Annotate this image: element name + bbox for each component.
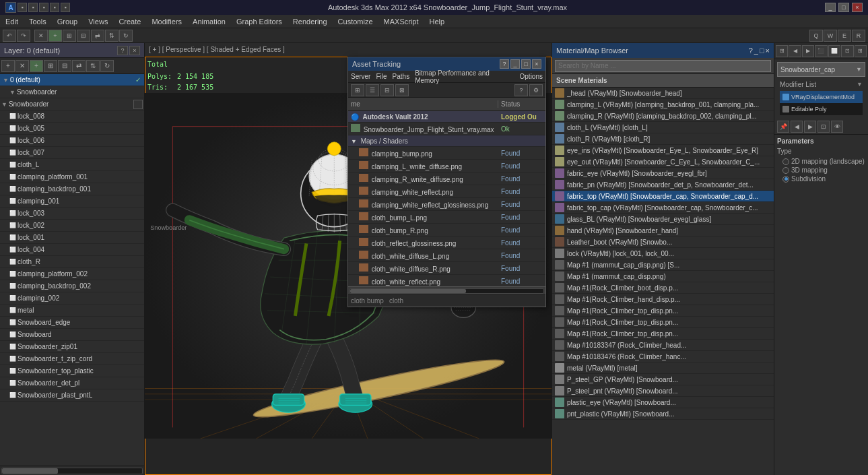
mod-tb-6[interactable]: ⊡ — [841, 45, 853, 57]
mat-item-leather-boot[interactable]: Leather_boot (VRayMtl) [Snowbo... — [552, 236, 774, 248]
layer-close-button[interactable]: × — [129, 46, 140, 55]
mat-item-metal[interactable]: metal (VRayMtl) [metal] — [552, 362, 774, 374]
at-tb-btn-2[interactable]: ☰ — [366, 84, 379, 96]
layer-item-clamping-backdrop-002[interactable]: ⬜ clamping_backdrop_002 — [0, 280, 144, 292]
menu-views[interactable]: Views — [83, 16, 113, 27]
at-menu-paths[interactable]: Paths — [393, 73, 410, 80]
menu-animation[interactable]: Animation — [187, 16, 231, 27]
at-row-clamping-white-reflect[interactable]: clamping_white_reflect.png Found — [348, 185, 545, 198]
at-tb-btn-1[interactable]: ⊞ — [351, 84, 364, 96]
at-row-cloth-white-diffuse-r[interactable]: cloth_white_diffuse_R.png Found — [348, 262, 545, 275]
radio-3d-mapping[interactable]: 3D mapping — [782, 166, 865, 174]
toolbar-btn-5[interactable]: ⊞ — [63, 30, 76, 42]
layer-item-lock007[interactable]: ⬜ lock_007 — [0, 147, 144, 159]
layer-item-clamping-backdrop-001[interactable]: ⬜ clamping_backdrop_001 — [0, 183, 144, 195]
layer-item-snowboarder-top-plastic[interactable]: ⬜ Snowboarder_top_plastic — [0, 365, 144, 377]
layer-tb-btn4[interactable]: ⊞ — [44, 60, 57, 72]
menu-customize[interactable]: Customize — [333, 16, 378, 27]
mat-item-p-steel-pnt[interactable]: P_steel_pnt (VRayMtl) [Snowboard... — [552, 385, 774, 397]
at-row-cloth-bump-r[interactable]: cloth_bump_R.png Found — [348, 224, 545, 236]
mat-item-map1-rock-top2[interactable]: Map #1(Rock_Climber_top_disp.pn... — [552, 317, 774, 328]
mat-item-clamping-l[interactable]: clamping_L (VRayMtl) [clamping_backdrop_… — [552, 99, 774, 110]
layer-item-lock006[interactable]: ⬜ lock_006 — [0, 135, 144, 147]
menu-help[interactable]: Help — [424, 16, 450, 27]
toolbar-btn-3[interactable]: ✕ — [34, 30, 48, 42]
mod-icon-nav-2[interactable]: ▶ — [804, 121, 816, 133]
layer-item-snowboarder[interactable]: ▼ Snowboarder — [0, 98, 144, 110]
viewport-content[interactable]: Total Polys: 2 154 185 Tris: 2 167 535 E… — [145, 57, 552, 475]
menu-rendering[interactable]: Rendering — [288, 16, 333, 27]
mod-tb-4[interactable]: ⬛ — [815, 45, 827, 57]
layer-item-cloth-r[interactable]: ⬜ cloth_R — [0, 256, 144, 268]
layer-tb-del[interactable]: ✕ — [15, 60, 29, 72]
menu-maxscript[interactable]: MAXScript — [378, 16, 424, 27]
search-input[interactable] — [555, 60, 771, 72]
layer-item-lock003[interactable]: ⬜ lock_003 — [0, 208, 144, 220]
mat-item-map1-rock-hand[interactable]: Map #1(Rock_Climber_hand_disp.p... — [552, 294, 774, 305]
asset-tracking-help[interactable]: ? — [500, 59, 509, 69]
layer-item-snowboarder-sub[interactable]: ▼ Snowboarder — [0, 86, 144, 98]
viewport[interactable]: [ + ] [ Perspective ] [ Shaded + Edged F… — [145, 43, 552, 475]
layer-tb-btn3[interactable]: + — [30, 60, 43, 72]
at-menu-server[interactable]: Server — [351, 73, 370, 80]
mat-browser-help[interactable]: ? — [749, 46, 753, 55]
mat-browser-close[interactable]: × — [766, 46, 770, 55]
mat-item-map1-mammut2[interactable]: Map #1 (mammut_cap_disp.png) — [552, 271, 774, 282]
layer-tb-btn6[interactable]: ⇄ — [72, 60, 86, 72]
mat-item-p-steel-gp[interactable]: P_steel_GP (VRayMtl) [Snowboard... — [552, 374, 774, 385]
asset-tracking-maximize[interactable]: □ — [521, 59, 531, 69]
layer-item-clamping-platform-002[interactable]: ⬜ clamping_platform_002 — [0, 268, 144, 280]
mat-item-map1-rock-boot[interactable]: Map #1(Rock_Climber_boot_disp.p... — [552, 282, 774, 294]
tb-btn[interactable]: ▪ — [50, 3, 59, 12]
mat-item-head[interactable]: _head (VRayMtl) [Snowboarder_head] — [552, 88, 774, 99]
layer-item-clamping-platform-001[interactable]: ⬜ clamping_platform_001 — [0, 171, 144, 183]
at-row-cloth-white-diffuse-l[interactable]: cloth_white_diffuse_L.png Found — [348, 249, 545, 262]
at-row-clamping-bump[interactable]: clamping_bump.png Found — [348, 147, 545, 160]
toolbar-btn-6[interactable]: ⊟ — [77, 30, 90, 42]
mat-item-plastic-eye[interactable]: plastic_eye (VRayMtl) [Snowboard... — [552, 397, 774, 408]
minimize-button[interactable]: _ — [825, 3, 836, 12]
asset-tracking-minimize[interactable]: _ — [510, 59, 520, 69]
layer-item-lock008[interactable]: ⬜ lock_008 — [0, 110, 144, 123]
mat-item-eye-out[interactable]: eye_out (VRayMtl) [Snowboarder_C_Eye_L, … — [552, 156, 774, 168]
mat-item-glass-bl[interactable]: glass_BL (VRayMtl) [Snowboarder_eyegl_gl… — [552, 214, 774, 225]
at-row-main-file[interactable]: Snowboarder_Jump_Flight_Stunt_vray.max O… — [348, 123, 545, 135]
mat-item-fabric-top-cap[interactable]: fabric_top_cap (VRayMtl) [Snowboarder_ca… — [552, 202, 774, 214]
mod-tb-1[interactable]: ⊞ — [776, 45, 788, 57]
at-row-vault[interactable]: 🔵 Autodesk Vault 2012 Logged Ou — [348, 111, 545, 123]
layer-item-lock005[interactable]: ⬜ lock_005 — [0, 123, 144, 135]
tb-btn[interactable]: ▪ — [61, 3, 70, 12]
at-h-scrollbar-track[interactable] — [349, 288, 544, 294]
layer-item-snowboarder-zip01[interactable]: ⬜ Snowboarder_zip01 — [0, 341, 144, 353]
toolbar-btn-8[interactable]: ⇅ — [105, 30, 119, 42]
layer-item-lock002[interactable]: ⬜ lock_002 — [0, 220, 144, 232]
mat-item-fabric-top[interactable]: fabric_top (VRayMtl) [Snowboarder_cap, S… — [552, 191, 774, 202]
mat-browser-maximize[interactable]: □ — [760, 46, 764, 55]
mat-item-cloth-r[interactable]: cloth_R (VRayMtl) [cloth_R] — [552, 133, 774, 145]
at-menu-bitmap[interactable]: Bitmap Performance and Memory — [415, 69, 514, 84]
toolbar-btn-4[interactable]: + — [48, 30, 62, 42]
mat-item-lock[interactable]: lock (VRayMtl) [lock_001, lock_00... — [552, 248, 774, 259]
layer-item-cloth-l[interactable]: ⬜ cloth_L — [0, 159, 144, 171]
at-tb-btn-4[interactable]: ⊠ — [395, 84, 409, 96]
menu-edit[interactable]: Edit — [0, 16, 24, 27]
mat-item-hand[interactable]: hand (VRayMtl) [Snowboarder_hand] — [552, 225, 774, 236]
mat-item-map1-mammut[interactable]: Map #1 (mammut_cap_disp.png) [S... — [552, 259, 774, 271]
layer-item-snowboarder-plast-pntl[interactable]: ⬜ Snowboarder_plast_pntL — [0, 389, 144, 402]
layer-item-default[interactable]: ▼ 0 (default) ✓ — [0, 74, 144, 86]
toolbar-btn-10[interactable]: Q — [809, 30, 823, 42]
layer-scrollbar-thumb[interactable] — [2, 468, 58, 474]
layer-item-snowboard[interactable]: ⬜ Snowboard — [0, 329, 144, 341]
tb-btn[interactable]: ▪ — [39, 3, 48, 12]
mod-tb-3[interactable]: ▶ — [802, 45, 814, 57]
mat-item-map10183347[interactable]: Map #10183347 (Rock_Climber_head... — [552, 340, 774, 351]
layer-tb-btn8[interactable]: ↻ — [100, 60, 114, 72]
mat-item-map1-rock-top3[interactable]: Map #1(Rock_Climber_top_disp.pn... — [552, 328, 774, 340]
at-h-scrollbar-thumb[interactable] — [350, 289, 466, 293]
tb-btn[interactable]: ▪ — [28, 3, 38, 12]
menu-tools[interactable]: Tools — [24, 16, 52, 27]
at-tb-btn-3[interactable]: ⊟ — [380, 84, 394, 96]
asset-tracking-h-scrollbar[interactable] — [348, 286, 545, 294]
at-row-cloth-bump-l[interactable]: cloth_bump_L.png Found — [348, 211, 545, 224]
at-tb-btn-help[interactable]: ? — [514, 84, 528, 96]
